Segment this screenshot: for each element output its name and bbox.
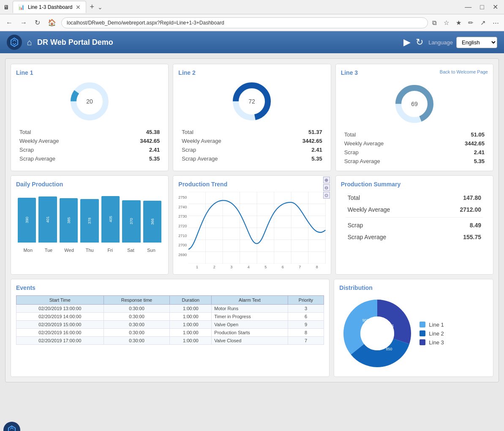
home-button[interactable]: 🏠 <box>45 17 59 28</box>
browser-tab[interactable]: 📊 Line 1-3 Dashboard ✕ <box>13 1 86 13</box>
line3-title: Line 3 <box>341 69 358 76</box>
summary-total-label: Total <box>348 194 360 201</box>
trend-y-axis: 2750 2740 2730 2720 2710 2700 2690 <box>178 192 188 264</box>
events-cell-alarm-0: Motor Runs <box>212 305 288 313</box>
language-label: Language <box>428 39 453 46</box>
line2-weekly-value: 3442.65 <box>302 138 322 144</box>
line2-donut-value: 72 <box>249 98 256 105</box>
bar-value-tue: 401 <box>46 216 50 223</box>
app-logo <box>7 35 22 50</box>
col-start-time: Start Time <box>16 296 104 305</box>
bar-day-mon: Mon <box>18 248 38 253</box>
trend-x-axis: 12345678 <box>188 265 325 269</box>
events-cell-duration-1: 1:00:00 <box>170 313 212 321</box>
dist-line1-label: 371 <box>388 324 394 328</box>
summary-total-value: 147.80 <box>463 194 481 201</box>
events-cell-alarm-2: Valve Open <box>212 321 288 329</box>
line3-total-row: Total 51.05 <box>341 130 488 139</box>
new-tab-button[interactable]: + <box>90 3 94 11</box>
bottom-row: Events Start Time Response time Duration… <box>11 279 493 377</box>
bar-col-sat: 370 <box>122 200 140 243</box>
tab-close-button[interactable]: ✕ <box>76 4 81 11</box>
legend-label-line3: Line 3 <box>429 339 444 346</box>
bar-day-tue: Tue <box>38 248 59 253</box>
events-table: Start Time Response time Duration Alarm … <box>16 295 324 345</box>
line2-scrap-value: 2.41 <box>311 147 322 153</box>
events-cell-duration-4: 1:00:00 <box>170 337 212 345</box>
language-select[interactable]: English German French <box>456 37 497 48</box>
events-row-1: 02/20/2019 14:00:000:30:001:00:00Timer i… <box>16 313 324 321</box>
events-cell-alarm-4: Valve Closed <box>212 337 288 345</box>
settings-button[interactable]: ⋯ <box>491 17 501 28</box>
close-window-button[interactable]: ✕ <box>490 1 501 13</box>
profile-button[interactable]: ✏ <box>466 17 475 28</box>
address-bar[interactable] <box>61 17 428 28</box>
events-cell-response-3: 0:30:00 <box>104 329 170 337</box>
line3-stats: Total 51.05 Weekly Average 3442.65 Scrap… <box>341 130 488 166</box>
dashboard-wrapper: Line 1 20 Total 45.38 Weekly Average <box>5 58 499 382</box>
col-duration: Duration <box>170 296 212 305</box>
production-trend-title: Production Trend <box>178 181 325 188</box>
line3-scrapavg-label: Scrap Average <box>344 158 380 164</box>
app-home-button[interactable]: ⌂ <box>27 38 32 47</box>
bar-wed: 385 <box>60 198 78 243</box>
refresh-button[interactable]: ↻ <box>32 17 43 28</box>
bar-sat: 370 <box>122 200 140 243</box>
bar-day-sun: Sun <box>141 248 162 253</box>
tab-dropdown-button[interactable]: ⌄ <box>98 4 103 11</box>
zoom-reset-button[interactable]: ⊙ <box>323 192 330 199</box>
legend-color-line2 <box>420 330 425 336</box>
summary-weekly-row: Weekly Average 2712.00 <box>341 204 488 216</box>
line2-scrap-row: Scrap 2.41 <box>178 145 325 154</box>
bar-value-sat: 370 <box>129 218 133 224</box>
events-cell-response-0: 0:30:00 <box>104 305 170 313</box>
line3-scrap-label: Scrap <box>344 149 359 155</box>
events-cell-priority-0: 3 <box>288 305 324 313</box>
bar-col-fri: 405 <box>101 196 120 243</box>
share-button[interactable]: ↗ <box>479 17 488 28</box>
events-cell-start-3: 02/20/2019 16:00:00 <box>16 329 104 337</box>
maximize-button[interactable]: □ <box>477 2 487 13</box>
zoom-out-button[interactable]: ⊖ <box>323 184 330 191</box>
favorites-button[interactable]: ★ <box>454 17 463 28</box>
tab-title: Line 1-3 Dashboard <box>28 4 72 10</box>
line2-donut: 72 <box>231 80 273 123</box>
bar-thu: 378 <box>80 199 98 243</box>
line3-scrap-value: 2.41 <box>474 149 485 155</box>
daily-production-title: Daily Production <box>16 181 163 188</box>
browser-title-bar: 🖥 📊 Line 1-3 Dashboard ✕ + ⌄ — □ ✕ <box>0 0 504 14</box>
bar-axis: MonTueWedThuFriSatSun <box>16 246 163 253</box>
back-button[interactable]: ← <box>3 17 15 28</box>
line2-scrapavg-value: 5.35 <box>311 155 322 162</box>
bookmark-button[interactable]: ☆ <box>442 17 451 28</box>
line1-card: Line 1 20 Total 45.38 Weekly Average <box>11 64 169 171</box>
bar-value-fri: 405 <box>109 216 113 222</box>
bar-day-fri: Fri <box>100 248 121 253</box>
line1-weekly-row: Weekly Average 3442.65 <box>16 136 163 145</box>
distribution-donut: 903 850 371 <box>343 300 411 367</box>
distribution-card: Distribution 903 <box>334 279 493 377</box>
legend-line2: Line 2 <box>420 330 444 337</box>
events-row-4: 02/20/2019 17:00:000:30:001:00:00Valve C… <box>16 337 324 345</box>
refresh-app-button[interactable]: ↻ <box>416 37 423 48</box>
summary-weekly-label: Weekly Average <box>348 206 390 213</box>
line1-scrapavg-label: Scrap Average <box>19 155 55 162</box>
play-button[interactable]: ▶ <box>403 37 411 48</box>
events-cell-priority-2: 9 <box>288 321 324 329</box>
bar-value-mon: 390 <box>25 217 29 223</box>
back-to-welcome-link[interactable]: Back to Welcome Page <box>440 69 488 74</box>
production-summary-card: Production Summary Total 147.80 Weekly A… <box>335 175 493 275</box>
split-view-button[interactable]: ⧉ <box>430 17 439 28</box>
footer <box>0 418 504 431</box>
line2-stats: Total 51.37 Weekly Average 3442.65 Scrap… <box>178 128 325 163</box>
line3-scrapavg-row: Scrap Average 5.35 <box>341 157 488 166</box>
minimize-button[interactable]: — <box>462 2 474 13</box>
zoom-in-button[interactable]: ⊕ <box>323 177 330 183</box>
line3-weekly-row: Weekly Average 3442.65 <box>341 139 488 148</box>
line1-total-row: Total 45.38 <box>16 128 163 136</box>
events-cell-duration-0: 1:00:00 <box>170 305 212 313</box>
forward-button[interactable]: → <box>18 17 30 28</box>
footer-logo <box>3 422 20 431</box>
daily-production-card: Daily Production 390401385378405370366 M… <box>11 175 169 275</box>
line3-weekly-label: Weekly Average <box>344 140 384 147</box>
